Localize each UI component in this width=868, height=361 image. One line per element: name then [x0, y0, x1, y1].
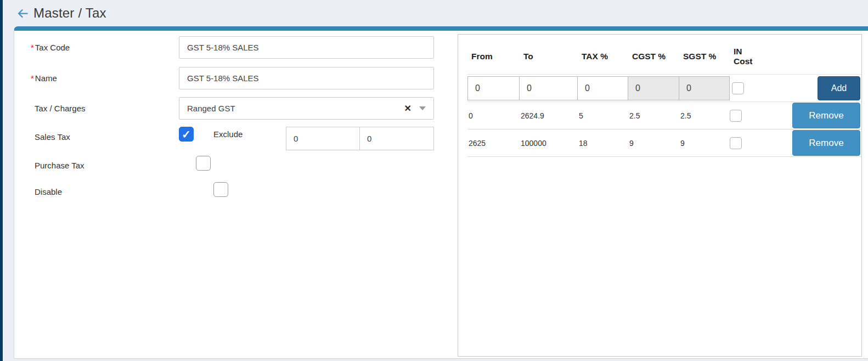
slab-tax-value: 18	[578, 139, 628, 148]
slab-sgst-value: 9	[679, 139, 730, 148]
add-slab-button[interactable]: Add	[818, 76, 860, 100]
disable-label: Disable	[35, 187, 62, 196]
page-title: Master / Tax	[33, 5, 106, 21]
remove-slab-button[interactable]: Remove	[792, 103, 860, 128]
caret-down-icon[interactable]	[419, 106, 426, 110]
exclude-from-input[interactable]	[286, 127, 360, 150]
slab-from-input[interactable]	[467, 76, 520, 100]
back-button[interactable]	[15, 5, 30, 21]
exclude-label: Exclude	[213, 129, 243, 139]
disable-checkbox[interactable]	[213, 182, 228, 197]
col-header-tax: TAX %	[578, 52, 628, 61]
slab-from-value: 2625	[467, 139, 520, 148]
name-label: *Name	[31, 74, 57, 83]
sales-tax-label: Sales Tax	[35, 132, 70, 142]
purchase-tax-checkbox[interactable]	[196, 156, 211, 171]
slab-cgst-value: 2.5	[628, 111, 679, 120]
slab-new-row: Add	[467, 75, 861, 102]
arrow-left-icon	[15, 6, 30, 21]
slab-from-value: 0	[467, 111, 520, 120]
exclude-to-input[interactable]	[360, 127, 433, 150]
slab-cgst-value: 9	[628, 139, 679, 148]
clear-selection-icon[interactable]: ✕	[404, 103, 412, 114]
name-input[interactable]	[179, 67, 434, 89]
required-asterisk: *	[31, 43, 34, 52]
slab-to-input[interactable]	[519, 76, 578, 100]
slab-sgst-input	[679, 76, 730, 100]
col-header-incost: IN Cost	[730, 47, 755, 66]
slab-row: 0 2624.9 5 2.5 2.5 Remove	[467, 102, 861, 129]
col-header-cgst: CGST %	[628, 52, 679, 61]
slab-tax-input[interactable]	[577, 76, 628, 100]
slab-to-value: 2624.9	[520, 111, 578, 120]
exclude-range-group	[286, 127, 434, 150]
col-header-sgst: SGST %	[679, 52, 730, 61]
tax-code-label: *Tax Code	[31, 43, 70, 52]
slab-table-header: From To TAX % CGST % SGST % IN Cost	[467, 43, 861, 75]
slab-cgst-input	[628, 76, 679, 100]
tax-slab-panel: From To TAX % CGST % SGST % IN Cost Add …	[458, 34, 862, 357]
tax-code-input[interactable]	[179, 36, 434, 59]
remove-slab-button[interactable]: Remove	[792, 130, 860, 156]
content-panel: *Tax Code *Name Tax / Charges Ranged GST…	[14, 26, 868, 359]
slab-to-value: 100000	[520, 139, 578, 148]
col-header-to: To	[520, 52, 578, 61]
row-incost-checkbox[interactable]	[730, 110, 742, 122]
slab-incost-checkbox[interactable]	[732, 82, 744, 94]
sales-tax-checkbox[interactable]	[179, 127, 194, 142]
tax-charges-label: Tax / Charges	[35, 104, 86, 113]
slab-tax-value: 5	[578, 111, 628, 120]
left-nav-strip	[0, 0, 3, 361]
required-asterisk: *	[31, 74, 34, 83]
page-header: Master / Tax	[3, 0, 868, 26]
slab-sgst-value: 2.5	[679, 111, 730, 120]
tax-charges-selected-value: Ranged GST	[187, 104, 404, 113]
row-incost-checkbox[interactable]	[730, 137, 742, 149]
col-header-from: From	[467, 52, 520, 61]
slab-row: 2625 100000 18 9 9 Remove	[467, 129, 861, 157]
purchase-tax-label: Purchase Tax	[35, 161, 84, 170]
tax-charges-select[interactable]: Ranged GST ✕	[179, 97, 434, 120]
